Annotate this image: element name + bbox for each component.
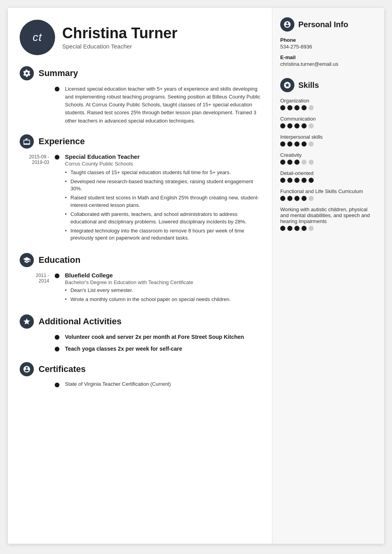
experience-bullet: Integrated technology into the classroom… [65,227,264,242]
skill-item: Functional and Life Skills Curriculum [280,188,376,201]
education-content: Bluefield College Bachelor's Degree in E… [61,272,264,305]
avatar-initials: ct [33,31,42,44]
candidate-title: Special Education Teacher [62,43,178,50]
cert-dot [55,383,59,387]
skill-dot [287,141,292,147]
skill-dots [280,141,376,147]
education-item: 2011 -2014 Bluefield College Bachelor's … [20,272,264,305]
cert-items-container: State of Virginia Teacher Certification … [20,381,264,387]
experience-dot [55,155,59,160]
summary-dot [55,87,59,91]
education-bullets: Dean's List every semester.Wrote a month… [65,287,264,303]
email-label: E-mail [280,54,376,60]
summary-dot-col [53,85,61,125]
experience-bullet: Developed new research-based teaching st… [65,178,264,193]
skill-dot [280,105,285,110]
certificates-section: Certificates State of Virginia Teacher C… [20,362,264,387]
cert-content: State of Virginia Teacher Certification … [61,381,264,387]
cert-item: State of Virginia Teacher Certification … [20,381,264,387]
school-name: Bluefield College [65,272,264,279]
cert-date [20,381,53,387]
graduation-svg-icon [23,256,31,264]
email-value: christina.turner@email.us [280,61,376,67]
skill-dot [294,178,300,183]
personal-info-section: Personal Info Phone 534-275-8936 E-mail … [280,17,376,67]
certificate-svg-icon [23,365,31,373]
skill-dot [301,226,307,231]
left-column: ct Christina Turner Special Education Te… [8,8,272,544]
education-bullet: Wrote a monthly column in the school pap… [65,296,264,303]
skill-dot [280,160,285,165]
skill-name: Functional and Life Skills Curriculum [280,188,376,194]
skill-dots [280,196,376,201]
skill-item: Creativity [280,152,376,165]
skill-item: Working with autistic children, physical… [280,206,376,231]
experience-bullet: Raised student test scores in Math and E… [65,194,264,209]
experience-bullet: Collaborated with parents, teachers, and… [65,211,264,226]
summary-text: Licensed special education teacher with … [61,85,264,125]
skill-dot [294,105,300,110]
skill-dot [287,123,292,128]
skill-dot [280,141,285,147]
skill-name: Interpersonal skills [280,134,376,140]
skill-dot [309,105,314,110]
avatar: ct [20,20,55,55]
education-items-container: 2011 -2014 Bluefield College Bachelor's … [20,272,264,305]
skill-item: Communication [280,116,376,128]
skill-dot [280,178,285,183]
experience-bullet: Taught classes of 15+ special education … [65,169,264,177]
cert-text: State of Virginia Teacher Certification … [65,381,264,387]
skill-item: Organization [280,98,376,110]
skill-dot [280,123,285,128]
skills-icon [280,78,294,92]
experience-date: 2015-09 -2019-03 [20,153,53,244]
experience-dot-col [53,153,61,244]
experience-content: Special Education Teacher Corrus County … [61,153,264,244]
skill-dot [280,196,285,201]
skill-dots [280,105,376,110]
personal-info-title: Personal Info [298,20,348,29]
summary-row: Licensed special education teacher with … [53,85,264,125]
skill-dot [301,196,307,201]
person-svg-icon [283,20,291,28]
experience-header: Experience [20,134,264,149]
skill-dot [301,141,307,147]
activity-text: Teach yoga classes 2x per week for self-… [61,345,182,353]
skill-dot [301,123,307,128]
skill-dots [280,178,376,183]
summary-header: Summary [20,66,264,80]
skill-dot [287,160,292,165]
personal-info-icon [280,17,294,32]
job-company: Corrus County Public Schools [65,161,264,167]
skill-dots [280,226,376,231]
briefcase-svg-icon [23,138,31,145]
experience-section: Experience 2015-09 -2019-03 Special Educ… [20,134,264,244]
skills-header: Skills [280,78,376,92]
star-svg-icon [23,318,31,325]
activity-text: Volunteer cook and server 2x per month a… [61,333,244,341]
activity-dot-col [53,345,61,353]
activity-item: Teach yoga classes 2x per week for self-… [20,345,264,353]
education-section: Education 2011 -2014 Bluefield College B… [20,253,264,305]
skill-dot [287,226,292,231]
skill-dot [309,123,314,128]
skill-item: Detail-oriented [280,170,376,183]
skill-dot [309,226,314,231]
education-icon [20,253,34,267]
summary-title: Summary [39,68,78,78]
education-bullet: Dean's List every semester. [65,287,264,294]
summary-icon [20,66,34,80]
certificates-header: Certificates [20,362,264,376]
candidate-name: Christina Turner [62,25,178,42]
skill-dot [301,178,307,183]
skill-dot [301,160,307,165]
right-column: Personal Info Phone 534-275-8936 E-mail … [272,8,384,544]
skill-dots [280,123,376,128]
summary-section: Summary Licensed special education teach… [20,66,264,125]
personal-info-header: Personal Info [280,17,376,32]
activity-item: Volunteer cook and server 2x per month a… [20,333,264,341]
skill-name: Working with autistic children, physical… [280,206,376,224]
experience-title: Experience [39,136,85,147]
experience-icon [20,134,34,149]
activity-dot-col [53,333,61,341]
